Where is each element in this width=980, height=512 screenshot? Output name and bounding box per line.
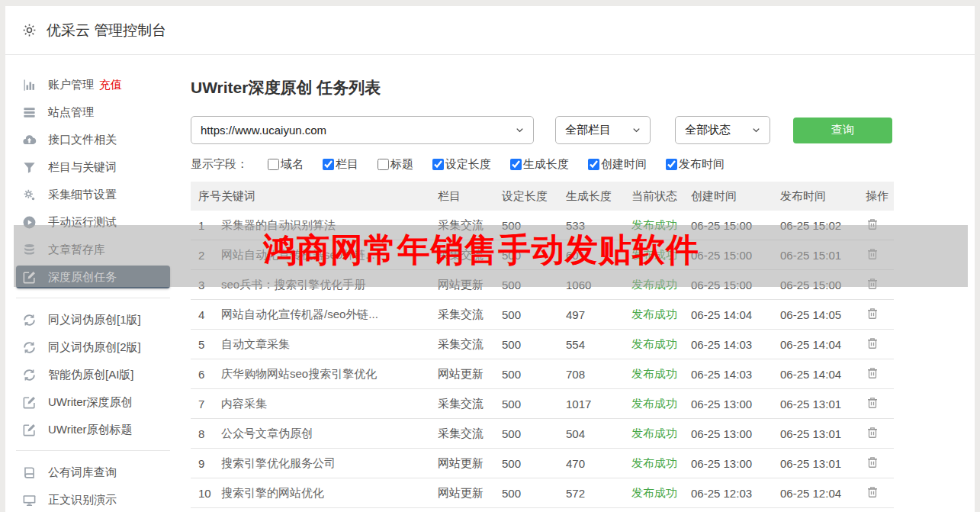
column-header: 发布时间	[780, 189, 866, 204]
cell-keyword: 庆华购物网站seo搜索引擎优化	[221, 367, 438, 382]
trash-icon[interactable]	[866, 485, 879, 499]
cell-gen_len: 1060	[566, 279, 631, 291]
sidebar-item-label: 站点管理	[48, 105, 94, 120]
trash-icon[interactable]	[866, 336, 879, 350]
app-title: 优采云 管理控制台	[47, 21, 166, 40]
cell-column: 采集交流	[438, 397, 502, 411]
cell-column: 网站更新	[438, 486, 502, 501]
checkbox-input[interactable]	[510, 159, 522, 170]
cell-column: 网站更新	[438, 456, 502, 471]
cell-status: 发布成功	[631, 367, 691, 382]
cell-no: 1	[191, 219, 221, 232]
sidebar-item-label: 同义词伪原创[1版]	[48, 313, 141, 327]
table-row: 7内容采集采集交流5001017发布成功06-25 13:0006-25 13:…	[191, 389, 894, 419]
cell-action	[866, 246, 894, 263]
cell-published: 06-25 13:01	[780, 427, 866, 440]
cell-action	[866, 485, 894, 501]
cell-created: 06-25 15:00	[691, 249, 780, 262]
cell-column: 采集交流	[438, 337, 502, 352]
cell-status: 发布成功	[631, 397, 691, 411]
trash-icon[interactable]	[866, 276, 879, 291]
sidebar-item-label: 文章暂存库	[48, 243, 105, 257]
table-body: 1采集器的自动识别算法采集交流500533发布成功06-25 15:0006-2…	[191, 211, 894, 508]
column-select[interactable]: 全部栏目	[555, 116, 651, 144]
cell-action	[866, 455, 894, 472]
sidebar-item[interactable]: 同义词伪原创[1版]	[16, 308, 170, 331]
cell-created: 06-25 13:00	[691, 457, 780, 470]
sidebar-item[interactable]: 手动运行测试	[16, 211, 170, 233]
field-checkbox[interactable]: 标题	[378, 157, 413, 172]
field-checkbox[interactable]: 设定长度	[432, 157, 491, 172]
sidebar-item-label: 正文识别演示	[48, 493, 117, 507]
cell-column: 采集交流	[438, 218, 502, 233]
cell-created: 06-25 13:00	[691, 398, 780, 411]
cell-status: 发布成功	[631, 456, 691, 471]
field-checkbox[interactable]: 创建时间	[588, 157, 647, 172]
display-fields-row: 显示字段： 域名栏目标题设定长度生成长度创建时间发布时间	[191, 157, 894, 172]
sidebar-item[interactable]: 智能伪原创[AI版]	[16, 363, 170, 386]
cell-created: 06-25 13:00	[691, 427, 780, 440]
sidebar-item[interactable]: 账户管理充值	[16, 73, 170, 96]
cell-set_len: 500	[502, 427, 566, 440]
field-checkbox[interactable]: 发布时间	[666, 157, 725, 172]
checkbox-input[interactable]	[666, 159, 677, 170]
cell-created: 06-25 14:03	[691, 368, 780, 381]
trash-icon[interactable]	[866, 246, 879, 261]
checkbox-input[interactable]	[432, 159, 444, 170]
cell-status: 发布成功	[631, 337, 691, 352]
sidebar-item-label: 公有词库查询	[48, 465, 117, 480]
monitor-icon	[22, 493, 37, 507]
cell-no: 6	[191, 368, 221, 381]
checkbox-input[interactable]	[378, 159, 389, 170]
sidebar-divider	[16, 298, 170, 298]
trash-icon[interactable]	[866, 365, 879, 380]
sidebar-item-label: 手动运行测试	[48, 215, 117, 230]
chevron-down-icon	[514, 124, 525, 136]
field-checkbox[interactable]: 域名	[268, 157, 304, 172]
cloud-upload-icon	[22, 133, 37, 147]
sidebar-item[interactable]: 采集细节设置	[16, 183, 170, 206]
cell-gen_len: 708	[566, 368, 631, 381]
checkbox-input[interactable]	[588, 159, 599, 170]
cell-set_len: 500	[502, 368, 566, 381]
site-select[interactable]: https://www.ucaiyun.com	[191, 116, 534, 144]
sidebar-item[interactable]: 栏目与关键词	[16, 156, 170, 179]
trash-icon[interactable]	[866, 395, 879, 410]
field-checkbox[interactable]: 栏目	[323, 157, 358, 172]
checkbox-input[interactable]	[323, 159, 334, 170]
cell-created: 06-25 15:00	[691, 279, 780, 291]
sidebar-item[interactable]: 正文识别演示	[16, 488, 170, 511]
trash-icon[interactable]	[866, 455, 879, 469]
chart-bar-icon	[22, 78, 37, 92]
column-select-value: 全部栏目	[565, 123, 611, 137]
sidebar-item-label: 栏目与关键词	[48, 160, 117, 175]
sites-icon	[22, 105, 37, 120]
sidebar-item[interactable]: UWriter深度原创	[16, 391, 170, 414]
page-title: UWriter深度原创 任务列表	[191, 77, 894, 98]
trash-icon[interactable]	[866, 425, 879, 440]
sidebar-item[interactable]: 接口文件相关	[16, 128, 170, 151]
cell-column: 采集交流	[438, 248, 502, 262]
sidebar-item[interactable]: UWriter原创标题	[16, 418, 170, 441]
sidebar-item[interactable]: 站点管理	[16, 101, 170, 124]
checkbox-input[interactable]	[268, 159, 279, 170]
trash-icon[interactable]	[866, 306, 879, 320]
sidebar-item[interactable]: 文章暂存库	[16, 238, 170, 261]
sidebar-item[interactable]: 深度原创任务	[16, 266, 170, 288]
trash-icon[interactable]	[866, 217, 879, 231]
cell-status: 发布成功	[631, 427, 691, 441]
site-select-value: https://www.ucaiyun.com	[201, 124, 326, 137]
sidebar-item[interactable]: 公有词库查询	[16, 461, 170, 484]
column-header: 栏目	[438, 189, 502, 204]
table-row: 3seo兵书：搜索引擎优化手册网站更新5001060发布成功06-25 15:0…	[191, 270, 894, 300]
field-checkbox[interactable]: 生成长度	[510, 157, 569, 172]
status-select[interactable]: 全部状态	[675, 116, 770, 144]
cell-no: 9	[191, 457, 221, 470]
query-button[interactable]: 查询	[793, 118, 892, 143]
column-header: 序号	[191, 189, 221, 204]
sidebar-item[interactable]: 同义词伪原创[2版]	[16, 336, 170, 359]
refresh-icon	[22, 313, 37, 327]
sidebar-item-label: 智能伪原创[AI版]	[48, 368, 134, 382]
chevron-down-icon	[750, 124, 762, 136]
table-row: 6庆华购物网站seo搜索引擎优化网站更新500708发布成功06-25 14:0…	[191, 359, 894, 389]
